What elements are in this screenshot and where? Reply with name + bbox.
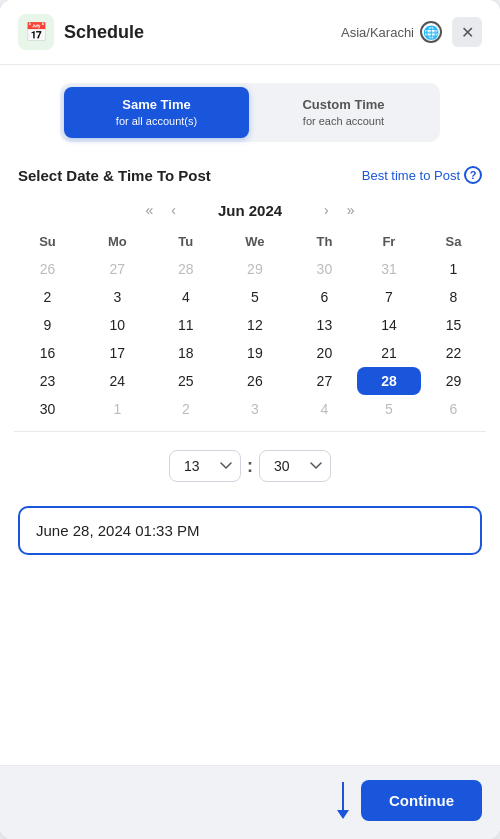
calendar-day[interactable]: 3 bbox=[218, 395, 292, 423]
section-header: Select Date & Time To Post Best time to … bbox=[0, 156, 500, 192]
calendar-day[interactable]: 6 bbox=[292, 283, 357, 311]
calendar-day[interactable]: 14 bbox=[357, 311, 421, 339]
calendar-day[interactable]: 21 bbox=[357, 339, 421, 367]
calendar-day[interactable]: 31 bbox=[357, 255, 421, 283]
calendar-day[interactable]: 8 bbox=[421, 283, 486, 311]
calendar-day[interactable]: 5 bbox=[218, 283, 292, 311]
calendar-day[interactable]: 5 bbox=[357, 395, 421, 423]
calendar-day[interactable]: 20 bbox=[292, 339, 357, 367]
calendar-day[interactable]: 30 bbox=[14, 395, 81, 423]
calendar-day[interactable]: 17 bbox=[81, 339, 154, 367]
header: 📅 Schedule Asia/Karachi 🌐 ✕ bbox=[0, 0, 500, 65]
month-year-label: Jun 2024 bbox=[190, 202, 310, 219]
calendar-week-4: 23242526272829 bbox=[14, 367, 486, 395]
calendar-week-2: 9101112131415 bbox=[14, 311, 486, 339]
day-header-tu: Tu bbox=[154, 228, 218, 255]
minute-select[interactable]: 000510152025303540455055 bbox=[259, 450, 331, 482]
spacer bbox=[0, 573, 500, 765]
calendar-day[interactable]: 2 bbox=[14, 283, 81, 311]
arrow-head bbox=[337, 810, 349, 819]
calendar-day[interactable]: 29 bbox=[218, 255, 292, 283]
calendar-week-5: 30123456 bbox=[14, 395, 486, 423]
next-next-button[interactable]: » bbox=[343, 200, 359, 220]
day-header-sa: Sa bbox=[421, 228, 486, 255]
calendar-day[interactable]: 13 bbox=[292, 311, 357, 339]
continue-button[interactable]: Continue bbox=[361, 780, 482, 821]
calendar-day[interactable]: 3 bbox=[81, 283, 154, 311]
prev-prev-button[interactable]: « bbox=[142, 200, 158, 220]
calendar-table: SuMoTuWeThFrSa 2627282930311234567891011… bbox=[14, 228, 486, 423]
calendar-day[interactable]: 10 bbox=[81, 311, 154, 339]
time-colon: : bbox=[247, 456, 253, 477]
calendar-day[interactable]: 28 bbox=[357, 367, 421, 395]
close-button[interactable]: ✕ bbox=[452, 17, 482, 47]
day-header-th: Th bbox=[292, 228, 357, 255]
time-picker: 0001020304050607080910111213141516171819… bbox=[0, 440, 500, 496]
calendar-day[interactable]: 18 bbox=[154, 339, 218, 367]
day-header-mo: Mo bbox=[81, 228, 154, 255]
calendar-day[interactable]: 28 bbox=[154, 255, 218, 283]
day-header-fr: Fr bbox=[357, 228, 421, 255]
calendar-day[interactable]: 30 bbox=[292, 255, 357, 283]
page-title: Schedule bbox=[64, 22, 341, 43]
calendar-day[interactable]: 4 bbox=[154, 283, 218, 311]
schedule-icon: 📅 bbox=[18, 14, 54, 50]
calendar-day[interactable]: 26 bbox=[218, 367, 292, 395]
toggle-group: Same Time for all account(s) Custom Time… bbox=[60, 83, 440, 142]
calendar-day[interactable]: 22 bbox=[421, 339, 486, 367]
calendar-day[interactable]: 23 bbox=[14, 367, 81, 395]
calendar-day[interactable]: 16 bbox=[14, 339, 81, 367]
calendar-header-row: SuMoTuWeThFrSa bbox=[14, 228, 486, 255]
footer: Continue bbox=[0, 765, 500, 839]
calendar-week-1: 2345678 bbox=[14, 283, 486, 311]
calendar-day[interactable]: 2 bbox=[154, 395, 218, 423]
timezone-area: Asia/Karachi 🌐 bbox=[341, 21, 442, 43]
day-header-su: Su bbox=[14, 228, 81, 255]
calendar-day[interactable]: 9 bbox=[14, 311, 81, 339]
timezone-label: Asia/Karachi bbox=[341, 25, 414, 40]
calendar-body: 2627282930311234567891011121314151617181… bbox=[14, 255, 486, 423]
custom-time-button[interactable]: Custom Time for each account bbox=[251, 87, 436, 138]
date-input-area: June 28, 2024 01:33 PM bbox=[0, 496, 500, 573]
calendar-week-3: 16171819202122 bbox=[14, 339, 486, 367]
calendar-day[interactable]: 27 bbox=[81, 255, 154, 283]
calendar-day[interactable]: 1 bbox=[421, 255, 486, 283]
calendar-divider bbox=[14, 431, 486, 432]
calendar-day[interactable]: 27 bbox=[292, 367, 357, 395]
calendar-day[interactable]: 12 bbox=[218, 311, 292, 339]
calendar-day[interactable]: 6 bbox=[421, 395, 486, 423]
calendar-week-0: 2627282930311 bbox=[14, 255, 486, 283]
next-button[interactable]: › bbox=[320, 200, 333, 220]
calendar: « ‹ Jun 2024 › » SuMoTuWeThFrSa 26272829… bbox=[0, 192, 500, 423]
calendar-day[interactable]: 25 bbox=[154, 367, 218, 395]
date-display-box[interactable]: June 28, 2024 01:33 PM bbox=[18, 506, 482, 555]
prev-button[interactable]: ‹ bbox=[167, 200, 180, 220]
calendar-day[interactable]: 7 bbox=[357, 283, 421, 311]
globe-icon[interactable]: 🌐 bbox=[420, 21, 442, 43]
hour-select[interactable]: 0001020304050607080910111213141516171819… bbox=[169, 450, 241, 482]
arrow-shaft bbox=[342, 782, 344, 810]
calendar-day[interactable]: 29 bbox=[421, 367, 486, 395]
best-time-link[interactable]: Best time to Post ? bbox=[362, 166, 482, 184]
toggle-area: Same Time for all account(s) Custom Time… bbox=[0, 65, 500, 156]
arrow-down-indicator bbox=[337, 782, 349, 819]
calendar-day[interactable]: 24 bbox=[81, 367, 154, 395]
calendar-day[interactable]: 15 bbox=[421, 311, 486, 339]
help-icon: ? bbox=[464, 166, 482, 184]
section-title: Select Date & Time To Post bbox=[18, 167, 211, 184]
calendar-day[interactable]: 26 bbox=[14, 255, 81, 283]
calendar-day[interactable]: 4 bbox=[292, 395, 357, 423]
calendar-day[interactable]: 19 bbox=[218, 339, 292, 367]
same-time-button[interactable]: Same Time for all account(s) bbox=[64, 87, 249, 138]
calendar-day[interactable]: 1 bbox=[81, 395, 154, 423]
calendar-day[interactable]: 11 bbox=[154, 311, 218, 339]
calendar-nav: « ‹ Jun 2024 › » bbox=[14, 192, 486, 228]
day-header-we: We bbox=[218, 228, 292, 255]
